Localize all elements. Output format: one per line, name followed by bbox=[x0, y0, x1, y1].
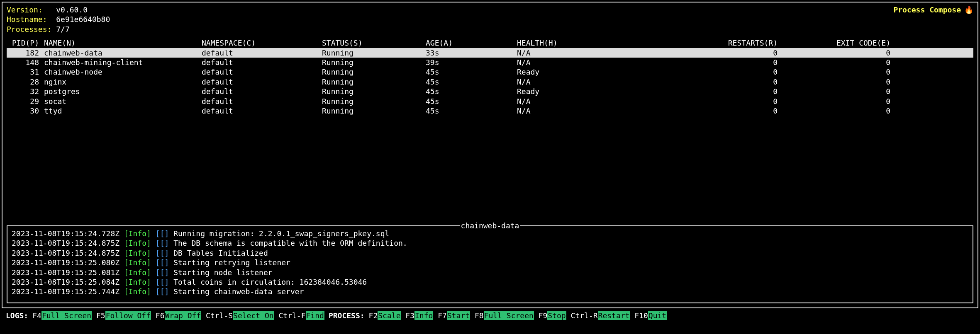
footer-process-label: PROCESS: bbox=[329, 311, 365, 320]
shortcut[interactable]: Ctrl-FFind bbox=[279, 311, 324, 320]
log-scope: [[] bbox=[156, 239, 169, 247]
shortcut-action: Scale bbox=[378, 311, 401, 320]
cell-health: N/A bbox=[517, 77, 662, 87]
log-line: 2023-11-08T19:15:25.081Z [Info] [[] Star… bbox=[12, 268, 968, 277]
shortcut[interactable]: F4Full Screen bbox=[32, 311, 92, 320]
log-message: The DB schema is compatible with the ORM… bbox=[173, 239, 407, 247]
table-row[interactable]: 29socatdefaultRunning45sN/A00 bbox=[7, 97, 973, 106]
shortcut-action: Find bbox=[306, 311, 324, 320]
shortcut-key: F9 bbox=[539, 311, 548, 320]
log-line: 2023-11-08T19:15:24.875Z [Info] [[] DB T… bbox=[12, 248, 968, 258]
cell-namespace: default bbox=[202, 77, 322, 87]
col-restarts[interactable]: RESTARTS(R) bbox=[662, 38, 783, 48]
log-title: chainweb-data bbox=[460, 221, 520, 230]
shortcut[interactable]: F8Full Screen bbox=[475, 311, 534, 320]
shortcut-action: Info bbox=[414, 311, 433, 320]
cell-name: chainweb-mining-client bbox=[44, 58, 202, 67]
table-row[interactable]: 30ttyddefaultRunning45sN/A00 bbox=[7, 106, 973, 116]
cell-status: Running bbox=[322, 87, 426, 96]
table-header[interactable]: PID(P) NAME(N) NAMESPACE(C) STATUS(S) AG… bbox=[7, 38, 973, 48]
log-panel[interactable]: chainweb-data 2023-11-08T19:15:24.728Z [… bbox=[7, 225, 973, 303]
table-row[interactable]: 31chainweb-nodedefaultRunning45sReady00 bbox=[7, 67, 973, 77]
table-row[interactable]: 32postgresdefaultRunning45sReady00 bbox=[7, 87, 973, 96]
cell-restarts: 0 bbox=[662, 48, 783, 58]
cell-exit-code: 0 bbox=[783, 67, 890, 77]
log-scope: [[] bbox=[156, 268, 169, 277]
cell-exit-code: 0 bbox=[783, 87, 890, 96]
cell-age: 45s bbox=[426, 67, 517, 77]
cell-restarts: 0 bbox=[662, 97, 783, 106]
log-timestamp: 2023-11-08T19:15:24.875Z bbox=[12, 239, 119, 247]
shortcut[interactable]: F2Scale bbox=[369, 311, 401, 320]
log-level: [Info] bbox=[124, 249, 151, 257]
log-message: Starting retrying listener bbox=[173, 258, 290, 267]
shortcut[interactable]: F6Wrap Off bbox=[156, 311, 201, 320]
hostname-row: Hostname: 6e91e6640b80 bbox=[7, 15, 110, 24]
cell-status: Running bbox=[322, 77, 426, 87]
shortcut[interactable]: F9Stop bbox=[539, 311, 566, 320]
process-table[interactable]: PID(P) NAME(N) NAMESPACE(C) STATUS(S) AG… bbox=[7, 38, 973, 116]
col-health[interactable]: HEALTH(H) bbox=[517, 38, 662, 48]
cell-name: chainweb-node bbox=[44, 67, 202, 77]
cell-pid: 28 bbox=[7, 77, 44, 87]
cell-pid: 182 bbox=[7, 48, 44, 58]
log-line: 2023-11-08T19:15:25.084Z [Info] [[] Tota… bbox=[12, 277, 968, 287]
log-scope: [[] bbox=[156, 278, 169, 286]
shortcut[interactable]: Ctrl-RRestart bbox=[571, 311, 630, 320]
shortcut-key: F10 bbox=[634, 311, 648, 320]
shortcut[interactable]: F3Info bbox=[405, 311, 433, 320]
log-line: 2023-11-08T19:15:25.080Z [Info] [[] Star… bbox=[12, 258, 968, 267]
log-message: Starting chainweb-data server bbox=[173, 287, 304, 296]
cell-pid: 30 bbox=[7, 106, 44, 116]
shortcut-action: Stop bbox=[547, 311, 566, 320]
col-exit-code[interactable]: EXIT CODE(E) bbox=[783, 38, 890, 48]
cell-exit-code: 0 bbox=[783, 77, 890, 87]
col-age[interactable]: AGE(A) bbox=[426, 38, 517, 48]
footer-logs-label: LOGS: bbox=[6, 311, 28, 320]
header: Version: v0.60.0 Hostname: 6e91e6640b80 … bbox=[7, 5, 973, 34]
log-message: Running migration: 2.2.0.1_swap_signers_… bbox=[173, 229, 389, 238]
version-row: Version: v0.60.0 bbox=[7, 5, 110, 15]
cell-age: 33s bbox=[426, 48, 517, 58]
cell-name: chainweb-data bbox=[44, 48, 202, 58]
cell-namespace: default bbox=[202, 48, 322, 58]
log-message: Total coins in circulation: 162384046.53… bbox=[173, 278, 367, 286]
cell-restarts: 0 bbox=[662, 87, 783, 96]
shortcut[interactable]: F7Start bbox=[438, 311, 470, 320]
shortcut-action: Wrap Off bbox=[165, 311, 202, 320]
log-scope: [[] bbox=[156, 229, 169, 238]
footer-logs-shortcuts: F4Full Screen F5Follow Off F6Wrap Off Ct… bbox=[32, 311, 324, 320]
log-level: [Info] bbox=[124, 229, 151, 238]
shortcut-key: Ctrl-F bbox=[279, 311, 306, 320]
shortcut-key: F4 bbox=[32, 311, 41, 320]
col-name[interactable]: NAME(N) bbox=[44, 38, 202, 48]
cell-status: Running bbox=[322, 67, 426, 77]
cell-exit-code: 0 bbox=[783, 58, 890, 67]
shortcut-key: Ctrl-S bbox=[206, 311, 233, 320]
shortcut[interactable]: Ctrl-SSelect On bbox=[206, 311, 274, 320]
table-row[interactable]: 148chainweb-mining-clientdefaultRunning3… bbox=[7, 58, 973, 67]
shortcut-action: Full Screen bbox=[41, 311, 92, 320]
shortcut-action: Quit bbox=[648, 311, 667, 320]
log-level: [Info] bbox=[124, 278, 151, 286]
cell-restarts: 0 bbox=[662, 77, 783, 87]
log-timestamp: 2023-11-08T19:15:25.084Z bbox=[12, 278, 119, 286]
table-row[interactable]: 28nginxdefaultRunning45sN/A00 bbox=[7, 77, 973, 87]
shortcut-key: F6 bbox=[156, 311, 165, 320]
footer-process-shortcuts: F2Scale F3Info F7Start F8Full Screen F9S… bbox=[369, 311, 667, 320]
cell-name: nginx bbox=[44, 77, 202, 87]
col-namespace[interactable]: NAMESPACE(C) bbox=[202, 38, 322, 48]
log-timestamp: 2023-11-08T19:15:25.080Z bbox=[12, 258, 119, 267]
cell-restarts: 0 bbox=[662, 58, 783, 67]
table-row[interactable]: 182chainweb-datadefaultRunning33sN/A00 bbox=[7, 48, 973, 58]
shortcut[interactable]: F10Quit bbox=[634, 311, 667, 320]
col-pid[interactable]: PID(P) bbox=[7, 38, 44, 48]
cell-name: ttyd bbox=[44, 106, 202, 116]
shortcut-action: Start bbox=[447, 311, 470, 320]
shortcut[interactable]: F5Follow Off bbox=[96, 311, 151, 320]
shortcut-key: F3 bbox=[405, 311, 414, 320]
cell-health: N/A bbox=[517, 58, 662, 67]
cell-pid: 148 bbox=[7, 58, 44, 67]
cell-namespace: default bbox=[202, 97, 322, 106]
col-status[interactable]: STATUS(S) bbox=[322, 38, 426, 48]
